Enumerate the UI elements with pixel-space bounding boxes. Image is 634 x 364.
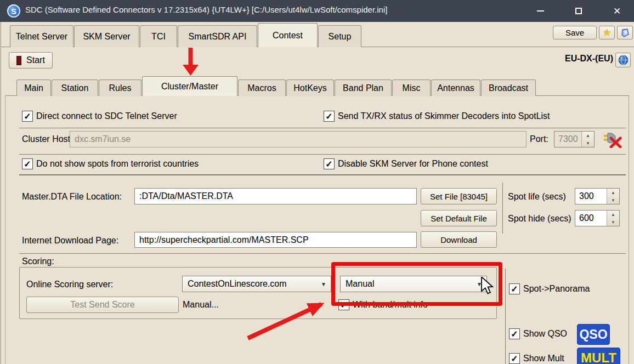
set-file-button[interactable]: Set File [83045] [421,188,497,204]
checkbox-show-mult[interactable]: ✓ [509,353,520,364]
subtab-rules[interactable]: Rules [99,79,141,96]
scoring-server-value: ContestOnLinescore.com [183,279,316,289]
checkbox-no-terrorist-spots[interactable]: ✓ [22,158,33,169]
mult-badge[interactable]: MULT [577,348,620,364]
spinner-arrows[interactable]: ▲▼ [581,132,594,147]
spinner-arrows[interactable]: ▲▼ [607,189,619,204]
spin-down-icon[interactable]: ▼ [582,139,594,147]
tab-label: TCI [151,32,166,42]
check-icon: ✓ [24,159,31,169]
tab-smartsdr-api[interactable]: SmartSDR API [178,25,257,47]
separator [19,174,626,175]
mult-badge-label: MULT [581,350,616,364]
subtab-label: Rules [109,83,132,93]
close-button[interactable]: ✕ [601,0,633,22]
master-dta-label: Master.DTA File Location: [22,192,122,202]
star-icon: ★ [603,27,611,38]
set-default-file-button-label: Set Default File [431,214,487,223]
favorites-button[interactable]: ★ [599,26,615,39]
separator [19,154,626,155]
internet-page-label: Internet Download Page: [22,236,118,246]
checkbox-show-mult-label: Show Mult [523,354,564,363]
checkbox-send-txrx[interactable]: ✓ [324,111,335,122]
start-button-label: Start [26,55,45,65]
annotation-arrow-combo [240,292,346,346]
separator-vertical [502,183,503,234]
spinner-arrows[interactable]: ▲▼ [607,211,619,226]
checkbox-direct-connect-label: Direct connect to SDC Telnet Server [36,111,177,121]
checkbox-send-txrx-label: Send TX/RX status of Skimmer Decoders in… [338,111,550,121]
download-button[interactable]: Download [421,231,497,248]
separator [19,253,626,254]
checkbox-direct-connect[interactable]: ✓ [22,111,33,122]
tab-label: SmartSDR API [189,32,247,42]
tab-contest[interactable]: Contest [258,23,318,47]
globe-button[interactable] [615,53,631,67]
chevron-down-icon: ▼ [316,281,331,287]
tab-label: Contest [273,31,303,41]
content-frame-right [629,95,629,364]
subtab-station[interactable]: Station [52,79,98,96]
tab-label: Setup [329,32,352,42]
subtab-cluster-master[interactable]: Cluster/Master [142,76,237,96]
tab-label: SKM Server [83,32,130,42]
subtab-macros[interactable]: Macros [238,79,286,96]
qso-badge[interactable]: QSO [577,324,610,345]
logbook-icon [620,28,630,38]
checkbox-spot-panorama-label: Spot->Panorama [523,284,590,294]
set-default-file-button[interactable]: Set Default File [421,210,497,226]
scoring-server-combo[interactable]: ContestOnLinescore.com ▼ [182,276,331,292]
spin-up-icon[interactable]: ▲ [607,211,619,218]
globe-icon [618,55,629,65]
subtab-label: Macros [247,83,276,93]
check-icon: ✓ [511,284,518,294]
maximize-icon [575,8,582,14]
subtab-misc[interactable]: Misc [392,79,431,96]
checkbox-show-qso[interactable]: ✓ [509,328,520,339]
manual-status-label: Manual... [183,300,219,310]
spot-life-spinner[interactable]: 300 ▲▼ [575,188,620,204]
spot-hide-value: 600 [575,211,607,226]
checkbox-disable-skm-phone[interactable]: ✓ [324,158,335,169]
subtab-main[interactable]: Main [16,79,51,96]
logbook-button[interactable] [617,26,633,39]
subtab-hotkeys[interactable]: HotKeys [286,79,334,96]
tab-telnet-server[interactable]: Telnet Server [10,25,73,47]
internet-page-input[interactable] [134,232,417,248]
tab-skm-server[interactable]: SKM Server [74,25,139,47]
maximize-button[interactable] [563,0,595,22]
tab-setup[interactable]: Setup [318,25,361,47]
subtab-broadcast[interactable]: Broadcast [481,79,536,96]
spin-up-icon[interactable]: ▲ [582,132,594,139]
spin-down-icon[interactable]: ▼ [607,218,619,226]
app-icon: S [7,4,20,18]
spin-down-icon[interactable]: ▼ [607,196,619,204]
test-send-score-label: Test Send Score [70,300,134,310]
tab-tci[interactable]: TCI [140,25,177,47]
checkbox-disable-skm-phone-label: Disable SKM Server for Phone contest [338,159,488,169]
checkbox-spot-panorama[interactable]: ✓ [509,283,520,294]
subtab-label: Cluster/Master [161,82,218,92]
mouse-cursor [480,277,495,294]
check-icon: ✓ [24,111,31,122]
subtab-label: Antennas [437,83,474,93]
minimize-icon [537,10,544,12]
save-button[interactable]: Save [553,26,597,39]
minimize-button[interactable] [524,0,556,22]
disconnect-icon[interactable] [602,132,623,148]
separator-vertical [505,269,506,364]
subtab-band-plan[interactable]: Band Plan [335,79,392,96]
save-button-label: Save [565,28,584,37]
subtab-antennas[interactable]: Antennas [431,79,480,96]
start-button[interactable]: Start [9,52,53,69]
cluster-host-label: Cluster Host: [22,134,72,144]
spin-up-icon[interactable]: ▲ [607,189,619,196]
spot-hide-spinner[interactable]: 600 ▲▼ [575,210,620,226]
test-send-score-button[interactable]: Test Send Score [26,297,179,313]
contest-name: EU-DX-(EU) [521,54,613,64]
port-spinner[interactable]: 7300 ▲▼ [554,131,595,147]
cluster-host-input[interactable] [70,131,527,147]
port-label: Port: [530,134,548,144]
master-dta-input[interactable] [134,188,417,204]
checkbox-no-terrorist-spots-label: Do not show spots from terrorist countri… [36,159,199,169]
